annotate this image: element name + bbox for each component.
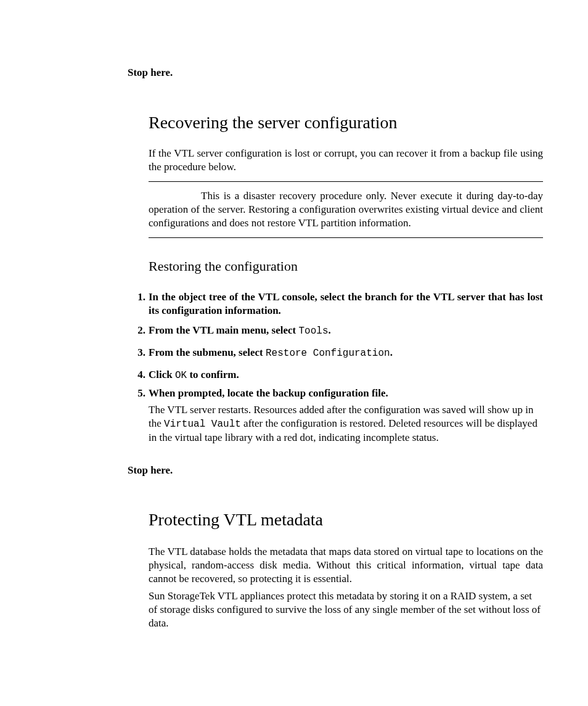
intro-paragraph: If the VTL server configuration is lost …: [149, 147, 543, 174]
step-2-text: From the VTL main menu, select Tools.: [149, 324, 543, 338]
step-3-lead: From the submenu, select: [149, 347, 266, 358]
step-4-number: 4.: [134, 368, 145, 382]
step-3-code: Restore Configuration: [266, 348, 390, 359]
stop-here-2: Stop here.: [128, 464, 173, 477]
metadata-paragraph-2: Sun StorageTek VTL appliances protect th…: [149, 589, 543, 630]
step-2-lead: From the VTL main menu, select: [149, 324, 299, 336]
step-2-tail: .: [329, 324, 331, 336]
caution-note: This is a disaster recovery procedure on…: [149, 181, 543, 238]
step-4-text: Click OK to confirm.: [149, 368, 543, 382]
step-5-text: When prompted, locate the backup configu…: [149, 387, 543, 400]
step-3-text: From the submenu, select Restore Configu…: [149, 346, 543, 360]
step-4-lead: Click: [149, 369, 175, 380]
step-5-para-code: Virtual Vault: [164, 419, 241, 430]
step-2-number: 2.: [134, 324, 145, 337]
step-3-tail: .: [390, 347, 393, 358]
heading-recovering: Recovering the server configuration: [149, 113, 398, 133]
step-5-paragraph: The VTL server restarts. Resources added…: [149, 403, 541, 445]
caution-text: This is a disaster recovery procedure on…: [149, 189, 543, 230]
step-4-tail: to confirm.: [187, 369, 239, 380]
step-1-text: In the object tree of the VTL console, s…: [149, 290, 543, 318]
subheading-restoring: Restoring the configuration: [149, 258, 298, 274]
step-4-code: OK: [175, 370, 187, 381]
step-3-number: 3.: [134, 346, 145, 359]
document-page: Stop here. Recovering the server configu…: [0, 0, 588, 706]
metadata-paragraph-1: The VTL database holds the metadata that…: [149, 545, 543, 586]
stop-here-1: Stop here.: [128, 67, 173, 79]
step-2-code: Tools: [299, 326, 329, 337]
step-5-number: 5.: [134, 387, 145, 400]
step-1-number: 1.: [134, 290, 145, 304]
heading-protecting: Protecting VTL metadata: [149, 510, 323, 530]
